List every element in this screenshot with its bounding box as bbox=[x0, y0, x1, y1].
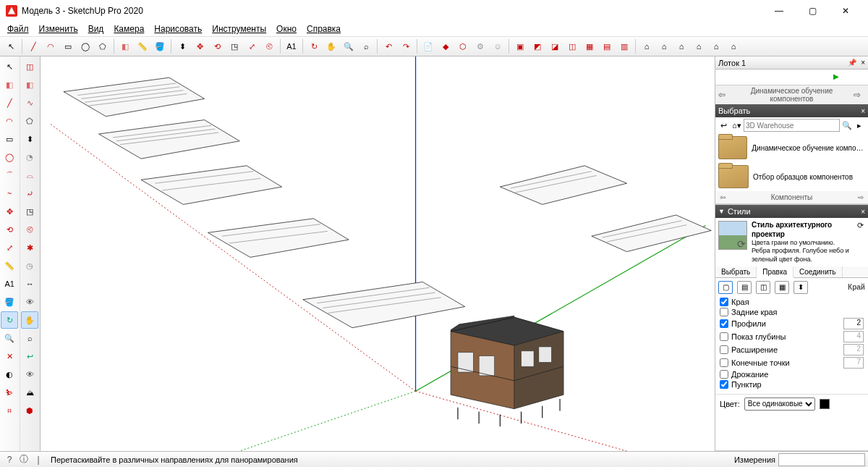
move-icon[interactable]: ✥ bbox=[192, 38, 208, 54]
circle-tool-icon[interactable]: ◯ bbox=[77, 38, 93, 54]
tab-edit[interactable]: Правка bbox=[757, 266, 793, 278]
solid-3-icon[interactable]: ◪ bbox=[547, 38, 563, 54]
panel-select[interactable]: Выбрать × bbox=[715, 104, 868, 117]
offset2-icon[interactable]: ⧀ bbox=[21, 221, 38, 238]
position-camera-icon[interactable]: ✕ bbox=[1, 348, 18, 365]
protractor-icon[interactable]: ◷ bbox=[21, 257, 38, 274]
outliner-icon[interactable]: 📄 bbox=[420, 38, 436, 54]
nav-next2-icon[interactable]: ⇨ bbox=[854, 193, 868, 201]
component-item[interactable]: Отбор образцов компонентов bbox=[715, 162, 868, 191]
solid-6-icon[interactable]: ▤ bbox=[599, 38, 615, 54]
rotate2-icon[interactable]: ⟲ bbox=[1, 221, 18, 238]
component-icon[interactable]: ◫ bbox=[21, 58, 38, 75]
solid-2-icon[interactable]: ◩ bbox=[529, 38, 545, 54]
orbit-icon[interactable]: ↻ bbox=[306, 38, 322, 54]
menu-draw[interactable]: Нарисовать bbox=[150, 22, 206, 35]
check-value[interactable]: 2 bbox=[843, 318, 864, 329]
select-icon[interactable]: ↖ bbox=[1, 58, 18, 75]
rotate3-icon[interactable]: ⤾ bbox=[21, 185, 38, 202]
color-select[interactable]: Все одинаковые bbox=[744, 397, 815, 411]
freehand2-icon[interactable]: ∿ bbox=[21, 94, 38, 112]
tray-close-icon[interactable]: × bbox=[861, 59, 865, 67]
checkbox-Пунктир[interactable] bbox=[720, 380, 728, 389]
tab-select[interactable]: Выбрать bbox=[715, 266, 757, 277]
menu-view[interactable]: Вид bbox=[84, 22, 109, 35]
paint-tool-icon[interactable]: 🪣 bbox=[152, 38, 168, 54]
maximize-button[interactable]: ▢ bbox=[796, 0, 829, 22]
checkbox-Показ глубины[interactable] bbox=[720, 332, 728, 341]
checkbox-Дрожание[interactable] bbox=[720, 370, 728, 379]
pan-icon[interactable]: ✋ bbox=[323, 38, 339, 54]
view-left-icon[interactable]: ⌂ bbox=[726, 38, 741, 54]
search-icon[interactable]: 🔍 bbox=[841, 121, 853, 130]
orbit2-icon[interactable]: ↻ bbox=[1, 311, 18, 329]
style-thumbnail[interactable] bbox=[718, 221, 747, 250]
pan2-icon[interactable]: ✋ bbox=[21, 311, 38, 329]
nav-back-icon[interactable]: ↩ bbox=[718, 121, 730, 130]
model-mode-icon[interactable]: ⬍ bbox=[793, 281, 808, 294]
arc3-icon[interactable]: ⌒ bbox=[1, 167, 18, 184]
panel-close-icon[interactable]: × bbox=[861, 107, 865, 115]
layers-icon[interactable]: ◆ bbox=[438, 38, 454, 54]
view-top-icon[interactable]: ⌂ bbox=[656, 38, 672, 54]
nav-next-icon[interactable]: ⇨ bbox=[854, 90, 861, 100]
undo-icon[interactable]: ↶ bbox=[380, 38, 396, 54]
rect2-icon[interactable]: ▭ bbox=[1, 130, 18, 148]
panel-close-icon[interactable]: × bbox=[861, 208, 865, 216]
component-item[interactable]: Динамическое обучение компоне... bbox=[715, 133, 868, 162]
warehouse-icon[interactable]: ⬡ bbox=[455, 38, 471, 54]
style-refresh-icon[interactable]: ⟳ bbox=[855, 221, 865, 264]
menu-tools[interactable]: Инструменты bbox=[208, 22, 271, 35]
solid-1-icon[interactable]: ▣ bbox=[512, 38, 528, 54]
axes-icon[interactable]: ✱ bbox=[21, 239, 38, 256]
view-front-icon[interactable]: ⌂ bbox=[673, 38, 689, 54]
dimension-icon[interactable]: A1 bbox=[284, 38, 299, 54]
eraser-icon[interactable]: ◧ bbox=[1, 76, 18, 93]
arc-tool-icon[interactable]: ◠ bbox=[43, 38, 59, 54]
sandbox-icon[interactable]: ⌗ bbox=[1, 402, 18, 419]
measurements-input[interactable] bbox=[778, 453, 865, 466]
color-swatch[interactable] bbox=[820, 399, 830, 409]
geo-icon[interactable]: ⓘ bbox=[17, 453, 30, 466]
walk-icon[interactable]: ⛷ bbox=[1, 384, 18, 401]
zoom2-icon[interactable]: 🔍 bbox=[1, 329, 18, 347]
pie-icon[interactable]: ◔ bbox=[21, 148, 38, 166]
polygon2-icon[interactable]: ⬠ bbox=[21, 112, 38, 130]
minimize-button[interactable]: — bbox=[762, 0, 796, 22]
face-mode-icon[interactable]: ▤ bbox=[737, 281, 752, 294]
checkbox-Расширение[interactable] bbox=[720, 345, 728, 354]
freehand-icon[interactable]: ~ bbox=[1, 185, 18, 202]
view-iso-icon[interactable]: ⌂ bbox=[639, 38, 655, 54]
nav-prev-icon[interactable]: ⇦ bbox=[718, 90, 726, 100]
menu-file[interactable]: Файл bbox=[3, 22, 33, 35]
panel-styles[interactable]: ▼ Стили × bbox=[715, 205, 868, 218]
material-icon[interactable]: ◧ bbox=[21, 76, 38, 93]
section-icon[interactable]: ◐ bbox=[1, 366, 18, 383]
polygon-tool-icon[interactable]: ⬠ bbox=[95, 38, 111, 54]
circle2-icon[interactable]: ◯ bbox=[1, 148, 18, 166]
line-tool-icon[interactable]: ╱ bbox=[25, 38, 41, 54]
edge-mode-icon[interactable]: ▢ bbox=[718, 281, 733, 294]
eraser-tool-icon[interactable]: ◧ bbox=[117, 38, 133, 54]
follow2-icon[interactable]: ◳ bbox=[21, 203, 38, 220]
rect-tool-icon[interactable]: ▭ bbox=[60, 38, 76, 54]
look-icon[interactable]: 👁 bbox=[21, 293, 38, 311]
solid-5-icon[interactable]: ▦ bbox=[582, 38, 597, 54]
tray-header[interactable]: Лоток 1 📌 × bbox=[715, 56, 868, 70]
arc2-icon[interactable]: ◠ bbox=[1, 112, 18, 130]
credit-icon[interactable]: | bbox=[32, 453, 45, 466]
push-icon[interactable]: ⬍ bbox=[21, 130, 38, 148]
close-button[interactable]: ✕ bbox=[829, 0, 862, 22]
view-right-icon[interactable]: ⌂ bbox=[691, 38, 707, 54]
sand2-icon[interactable]: ⛰ bbox=[21, 384, 38, 401]
offset-icon[interactable]: ⧀ bbox=[261, 38, 277, 54]
help-icon[interactable]: ? bbox=[3, 453, 16, 466]
tape-tool-icon[interactable]: 📏 bbox=[135, 38, 150, 54]
scale2-icon[interactable]: ⤢ bbox=[1, 239, 18, 256]
arc4-icon[interactable]: ⌓ bbox=[21, 167, 38, 184]
move2-icon[interactable]: ✥ bbox=[1, 203, 18, 220]
pushpull-icon[interactable]: ⬍ bbox=[174, 38, 190, 54]
scale-icon[interactable]: ⤢ bbox=[244, 38, 260, 54]
viewport[interactable] bbox=[41, 56, 715, 451]
checkbox-Профили[interactable] bbox=[720, 319, 728, 328]
